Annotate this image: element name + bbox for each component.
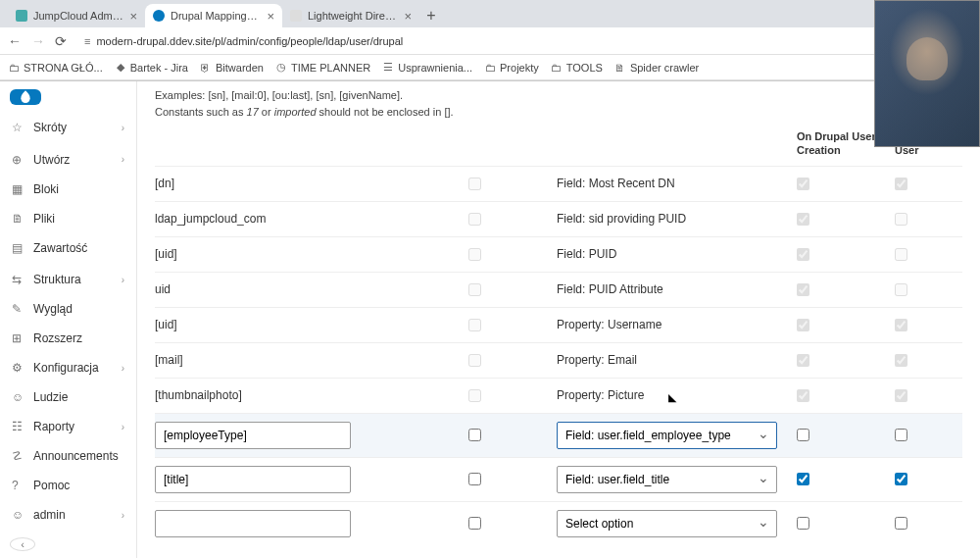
bookmark-item[interactable]: ◆Bartek - Jira <box>115 62 188 74</box>
source-input[interactable] <box>155 510 351 537</box>
megaphone-icon: ☡ <box>12 449 25 463</box>
creation-checkbox[interactable] <box>797 473 809 485</box>
convert-checkbox[interactable] <box>468 248 481 261</box>
creation-checkbox[interactable] <box>797 389 809 402</box>
bookmark-item[interactable]: ◷TIME PLANNER <box>275 62 370 74</box>
convert-checkbox[interactable] <box>468 213 481 226</box>
extend-icon: ⊞ <box>12 331 25 345</box>
drupal-icon <box>18 89 33 105</box>
convert-checkbox[interactable] <box>468 473 481 485</box>
sidebar-item-content[interactable]: ▤Zawartość <box>0 233 136 263</box>
table-row: ldap_jumpcloud_com Field: sid providing … <box>155 201 962 236</box>
page-icon: ◆ <box>115 62 126 74</box>
forward-button[interactable]: → <box>31 33 45 49</box>
sync-checkbox[interactable] <box>895 283 907 296</box>
convert-checkbox[interactable] <box>468 429 481 441</box>
creation-checkbox[interactable] <box>797 283 809 296</box>
sync-checkbox[interactable] <box>895 429 907 441</box>
convert-checkbox[interactable] <box>468 283 481 296</box>
site-info-icon[interactable]: ≡ <box>84 35 90 47</box>
bookmark-item[interactable]: ⛨Bitwarden <box>200 62 264 74</box>
creation-checkbox[interactable] <box>797 319 809 331</box>
user-icon: ☺ <box>12 508 25 522</box>
sidebar-item-structure[interactable]: ⇆Struktura› <box>0 265 136 294</box>
sidebar-item-create[interactable]: ⊕Utwórz› <box>0 145 136 175</box>
structure-icon: ⇆ <box>12 273 25 286</box>
target-cell: Property: Email <box>557 353 797 367</box>
target-select[interactable]: Select option <box>557 510 777 537</box>
sidebar-item-files[interactable]: 🗎Pliki <box>0 204 136 233</box>
creation-checkbox[interactable] <box>797 517 809 530</box>
creation-checkbox[interactable] <box>797 213 809 226</box>
sidebar-item-announcements[interactable]: ☡Announcements <box>0 441 136 471</box>
convert-checkbox[interactable] <box>468 319 481 331</box>
table-header: On Drupal User Creation On Sync to Drupa… <box>155 129 962 166</box>
bookmark-item[interactable]: ☰Usprawnienia... <box>382 62 472 74</box>
bookmark-item[interactable]: 🗀Projekty <box>484 62 539 74</box>
source-cell: uid <box>155 282 468 296</box>
collapse-sidebar-button[interactable]: ‹ <box>10 537 35 551</box>
folder-icon: 🗀 <box>484 62 496 74</box>
new-tab-button[interactable]: + <box>419 4 443 27</box>
sidebar-item-people[interactable]: ☺Ludzie <box>0 382 136 412</box>
chevron-right-icon: › <box>122 510 124 521</box>
target-select[interactable]: Field: user.field_employee_type <box>557 422 777 449</box>
tab-title: Lightweight Directory A <box>308 10 398 22</box>
source-cell: [dn] <box>155 177 468 190</box>
tab-jumpcloud[interactable]: JumpCloud Admin Porta × <box>8 4 145 27</box>
chevron-right-icon: › <box>122 275 124 285</box>
creation-checkbox[interactable] <box>797 248 809 261</box>
tab-ldap[interactable]: Lightweight Directory A × <box>282 4 419 27</box>
source-input[interactable] <box>155 466 351 493</box>
back-button[interactable]: ← <box>8 33 22 49</box>
bookmark-item[interactable]: 🗀STRONA GŁÓ... <box>8 62 103 74</box>
tab-drupal[interactable]: Drupal Mappings | Drus × <box>145 4 282 27</box>
sidebar-item-extend[interactable]: ⊞Rozszerz <box>0 324 136 353</box>
sync-checkbox[interactable] <box>895 178 907 190</box>
sidebar-item-help[interactable]: ?Pomoc <box>0 471 136 500</box>
table-row: [thumbnailphoto] Property: Picture <box>155 378 962 413</box>
sync-checkbox[interactable] <box>895 319 907 331</box>
url-field[interactable]: ≡ modern-drupal.ddev.site/pl/admin/confi… <box>76 35 876 47</box>
close-icon[interactable]: × <box>129 9 137 24</box>
bookmark-item[interactable]: 🗎Spider crawler <box>614 62 699 74</box>
brush-icon: ✎ <box>12 302 25 316</box>
creation-checkbox[interactable] <box>797 178 809 190</box>
browser-chrome: JumpCloud Admin Porta × Drupal Mappings … <box>0 0 980 81</box>
star-icon: ☆ <box>12 121 25 134</box>
convert-checkbox[interactable] <box>468 389 481 402</box>
drupal-logo[interactable] <box>10 89 41 105</box>
sync-checkbox[interactable] <box>895 389 907 402</box>
folder-icon: 🗀 <box>8 62 20 74</box>
convert-checkbox[interactable] <box>468 178 481 190</box>
chevron-right-icon: › <box>122 123 124 133</box>
sync-checkbox[interactable] <box>895 517 907 530</box>
sidebar-item-config[interactable]: ⚙Konfiguracja› <box>0 353 136 382</box>
shield-icon: ⛨ <box>200 62 212 74</box>
creation-checkbox[interactable] <box>797 354 809 367</box>
creation-checkbox[interactable] <box>797 429 809 441</box>
convert-checkbox[interactable] <box>468 517 481 530</box>
source-input[interactable] <box>155 422 351 449</box>
chevron-right-icon: › <box>122 422 124 432</box>
bookmark-item[interactable]: 🗀TOOLS <box>551 62 603 74</box>
sidebar-item-appearance[interactable]: ✎Wygląd <box>0 294 136 324</box>
sync-checkbox[interactable] <box>895 354 907 367</box>
sidebar-item-blocks[interactable]: ▦Bloki <box>0 175 136 204</box>
tabs-bar: JumpCloud Admin Porta × Drupal Mappings … <box>0 0 980 27</box>
target-select[interactable]: Field: user.field_title <box>557 466 777 493</box>
sync-checkbox[interactable] <box>895 248 907 261</box>
sidebar-item-shortcuts[interactable]: ☆Skróty› <box>0 113 136 142</box>
close-icon[interactable]: × <box>404 9 412 24</box>
clock-icon: ◷ <box>275 62 287 74</box>
gear-icon: ⚙ <box>12 361 25 375</box>
table-row: Field: user.field_title <box>155 457 962 501</box>
plus-icon: ⊕ <box>12 153 25 167</box>
close-icon[interactable]: × <box>267 9 274 24</box>
sync-checkbox[interactable] <box>895 473 907 485</box>
convert-checkbox[interactable] <box>468 354 481 367</box>
sidebar-item-reports[interactable]: ☷Raporty› <box>0 412 136 441</box>
sync-checkbox[interactable] <box>895 213 907 226</box>
reload-button[interactable]: ⟳ <box>55 33 67 49</box>
sidebar-item-admin[interactable]: ☺admin› <box>0 500 136 530</box>
